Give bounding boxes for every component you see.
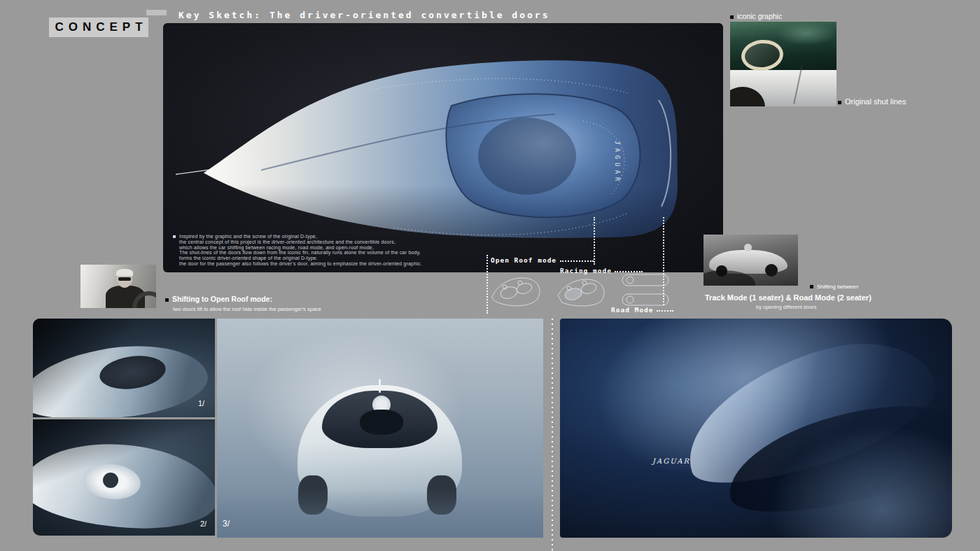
hero-description-text: Inspired by the graphic and the screw of… (179, 234, 422, 267)
dotted-leader-racing (615, 271, 643, 272)
bullet-square-icon (730, 15, 734, 19)
jaguar-script-label: JAGUAR (652, 457, 690, 465)
concept-label: CONCEPT (55, 20, 147, 34)
gallery-number-2: 2/ (200, 519, 206, 528)
bullet-square-icon (173, 235, 176, 238)
hero-sketch-panel: JAGUAR Inspired by the graphic and the s… (163, 23, 723, 272)
original-shut-lines-text: Original shut lines (845, 97, 906, 106)
mode-label-road: Road Mode (611, 306, 653, 314)
concept-tab-decoration (146, 10, 167, 15)
presentation-board: CONCEPT Key Sketch: The driver-oriented … (0, 0, 980, 551)
track-road-subtitle: by opening different doors (756, 304, 817, 310)
dotted-line-vertical-a (594, 217, 595, 265)
open-roof-note-title-text: Shifting to Open Roof mode: (172, 295, 272, 303)
driver-photo (80, 265, 156, 308)
dotted-separator-vertical (552, 319, 553, 551)
hero-brand-vertical-label: JAGUAR (614, 141, 621, 185)
iconic-graphic-caption: iconic graphic (730, 12, 782, 20)
mode-label-racing: Racing mode (560, 267, 612, 274)
gallery-number-3: 3/ (223, 519, 230, 529)
gallery-number-1: 1/ (198, 399, 204, 407)
dotted-line-vertical-b (663, 217, 664, 305)
open-roof-note-title: Shifting to Open Roof mode: (165, 295, 272, 303)
hero-description-block: Inspired by the graphic and the screw of… (173, 234, 488, 267)
render-front-quarter-2 (33, 419, 215, 536)
driver-sunglasses (118, 277, 131, 281)
iconic-graphic-caption-text: iconic graphic (737, 12, 782, 20)
page-title: Key Sketch: The driver-oriented converti… (178, 10, 550, 20)
dotted-line-vertical-left (486, 255, 488, 314)
shadow-overlay (33, 319, 215, 417)
render-front-view (217, 319, 543, 538)
dotted-leader-open-roof (560, 260, 594, 262)
race-car-wheel (765, 264, 778, 277)
car-fin-highlight (379, 379, 381, 393)
track-mode-photo (704, 235, 798, 286)
mode-label-open-roof: Open Roof mode (491, 256, 556, 264)
concept-label-box: CONCEPT (49, 18, 148, 37)
driver-figure (360, 410, 403, 435)
original-shut-lines-caption: Original shut lines (838, 97, 906, 106)
shadow-overlay (33, 419, 215, 536)
fog-overlay (217, 489, 543, 538)
race-driver-head (744, 244, 752, 251)
open-roof-note-body: two doors lift to allow the roof hide in… (173, 306, 321, 312)
bullet-square-icon (838, 101, 841, 104)
shifting-between-caption: Shifting between (810, 284, 858, 290)
shifting-between-text: Shifting between (817, 284, 858, 290)
bullet-square-icon (810, 285, 813, 288)
bullet-square-icon (165, 298, 169, 302)
driver-hair (116, 269, 133, 276)
render-detail-abstract: JAGUAR (560, 319, 952, 538)
dotted-leader-road (657, 310, 673, 312)
track-road-title: Track Mode (1 seater) & Road Mode (2 sea… (705, 293, 872, 302)
classic-dtype-photo (730, 22, 836, 106)
classic-car-roof-highlight (776, 22, 836, 46)
render-front-quarter-1 (33, 319, 215, 417)
